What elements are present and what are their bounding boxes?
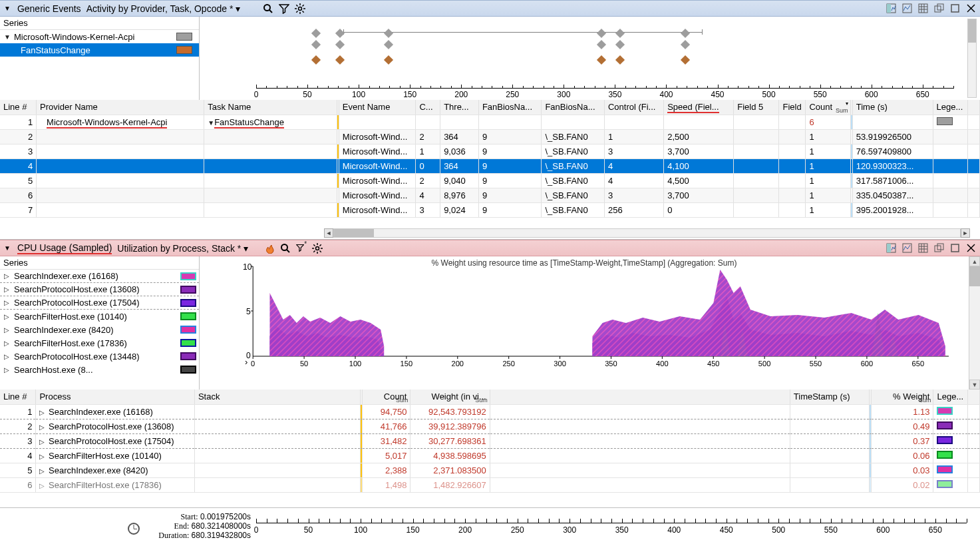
col-weight[interactable]: Weight (in vi...Sum	[410, 390, 490, 404]
table-row[interactable]: 6Microsoft-Wind...48,9769\_SB.FAN033,700…	[0, 188, 980, 202]
scroll-right-icon[interactable]: ►	[961, 228, 970, 238]
svg-line-9	[297, 11, 298, 12]
table-row[interactable]: 5▷ SearchIndexer.exe (8420)2,3882,371.08…	[0, 463, 980, 477]
cpu-utilization-chart[interactable]: % Weight using resource time as [TimeSta…	[200, 256, 969, 390]
series-row-provider[interactable]: ▼ Microsoft-Windows-Kernel-Acpi	[0, 30, 199, 43]
col-scrollbar	[968, 390, 980, 404]
svg-point-0	[264, 5, 270, 11]
maximize-icon[interactable]	[949, 243, 960, 254]
scrollbar-vertical[interactable]: ▲ ▼	[969, 256, 980, 390]
series-row[interactable]: ▷SearchFilterHost.exe (10140)	[0, 310, 199, 323]
series-row-task[interactable]: FanStatusChange	[0, 43, 199, 57]
svg-line-34	[320, 244, 321, 246]
filter-icon[interactable]	[279, 3, 289, 14]
col-field6[interactable]: Field	[779, 100, 806, 115]
col-control[interactable]: Control (Fi...	[604, 100, 663, 115]
col-task[interactable]: Task Name	[204, 100, 337, 115]
svg-line-25	[287, 250, 289, 252]
col-thread[interactable]: Thre...	[440, 100, 479, 115]
series-header: Series	[0, 17, 199, 30]
svg-text:5: 5	[246, 307, 251, 316]
display-graph-icon[interactable]	[901, 3, 912, 14]
display-table-icon[interactable]	[917, 243, 928, 254]
col-pct-weight[interactable]: % WeightSum	[872, 390, 933, 404]
gear-icon[interactable]	[295, 3, 305, 14]
preset-dropdown[interactable]: Utilization by Process, Stack * ▾	[117, 243, 248, 254]
col-field5[interactable]: Field 5	[734, 100, 779, 115]
table-row[interactable]: 1▷ SearchIndexer.exe (16168)94,75092,543…	[0, 404, 980, 419]
col-line[interactable]: Line #	[0, 390, 36, 404]
series-row[interactable]: ▷SearchIndexer.exe (8420)	[0, 323, 199, 336]
table-row[interactable]: 2Microsoft-Wind...23649\_SB.FAN012,50015…	[0, 129, 980, 144]
series-row[interactable]: ▷SearchFilterHost.exe (17836)	[0, 336, 199, 350]
search-icon[interactable]	[280, 243, 291, 254]
scroll-left-icon[interactable]: ◄	[324, 228, 333, 238]
clock-icon	[128, 523, 140, 535]
panel-title: CPU Usage (Sampled)	[17, 242, 112, 254]
display-table-icon[interactable]	[917, 3, 928, 14]
collapse-icon[interactable]: ▼	[4, 5, 11, 12]
table-row[interactable]: 7Microsoft-Wind...39,0249\_SB.FAN0256013…	[0, 202, 980, 217]
scrollbar-vertical[interactable]	[967, 19, 977, 98]
series-row[interactable]: ▷SearchIndexer.exe (16168)	[0, 270, 199, 283]
col-timestamp[interactable]: TimeStamp (s)	[790, 390, 869, 404]
swatch-orange	[176, 46, 192, 54]
table-row[interactable]: 4▷ SearchFilterHost.exe (10140)5,0174,93…	[0, 448, 980, 463]
col-event[interactable]: Event Name	[339, 100, 416, 115]
flame-icon[interactable]	[264, 243, 275, 254]
table-row[interactable]: 3▷ SearchProtocolHost.exe (17504)31,4823…	[0, 433, 980, 448]
table-row[interactable]: 5Microsoft-Wind...29,0409\_SB.FAN044,500…	[0, 173, 980, 188]
col-speed[interactable]: Speed (Fiel...	[664, 100, 734, 115]
svg-line-31	[313, 244, 315, 246]
filter-icon[interactable]: *	[296, 243, 307, 254]
svg-text:200: 200	[452, 360, 464, 366]
close-icon[interactable]	[965, 3, 976, 14]
display-graph-icon[interactable]	[901, 243, 912, 254]
col-fanbios2[interactable]: FanBiosNa...	[542, 100, 605, 115]
scroll-down-icon[interactable]: ▼	[969, 380, 980, 390]
col-c[interactable]: C...	[416, 100, 440, 115]
col-count[interactable]: Count▾Sum	[806, 100, 850, 115]
col-time[interactable]: Time (s)	[852, 100, 933, 115]
scrollbar-horizontal[interactable]: ◄ ►	[324, 228, 970, 238]
table-row[interactable]: 4Microsoft-Wind...03649\_SB.FAN044,10011…	[0, 158, 980, 173]
col-count[interactable]: CountSum	[362, 390, 410, 404]
search-icon[interactable]	[263, 3, 273, 14]
collapse-icon[interactable]: ▼	[4, 244, 11, 252]
svg-text:500: 500	[758, 360, 771, 366]
svg-text:300: 300	[554, 360, 566, 366]
maximize-icon[interactable]	[949, 3, 960, 14]
col-provider[interactable]: Provider Name	[37, 100, 204, 115]
popout-icon[interactable]	[933, 243, 944, 254]
series-row[interactable]: ▷SearchProtocolHost.exe (13608)	[0, 283, 199, 296]
series-pane-generic: Series ▼ Microsoft-Windows-Kernel-Acpi F…	[0, 17, 200, 100]
svg-text:550: 550	[810, 360, 822, 366]
svg-rect-12	[887, 4, 891, 13]
display-table-graph-icon[interactable]	[886, 3, 896, 14]
table-row[interactable]: 2▷ SearchProtocolHost.exe (13608)41,7663…	[0, 419, 980, 433]
panel-title: Generic Events	[17, 3, 81, 14]
col-legend[interactable]: Lege...	[933, 390, 968, 404]
event-timeline[interactable]: 050100150200250300350400450500550600650	[200, 17, 980, 100]
footer-ruler[interactable]: 050100150200250300350400450500550600650	[256, 516, 967, 536]
series-row[interactable]: ▷SearchProtocolHost.exe (13448)	[0, 350, 199, 363]
table-row[interactable]: 6▷ SearchFilterHost.exe (17836)1,4981,48…	[0, 477, 980, 492]
time-footer: Start: 0.001975200s End: 680.321408000s …	[0, 507, 980, 544]
popout-icon[interactable]	[933, 3, 944, 14]
preset-dropdown[interactable]: Activity by Provider, Task, Opcode * ▾	[86, 3, 241, 14]
col-process[interactable]: Process	[36, 390, 195, 404]
scroll-up-icon[interactable]: ▲	[969, 256, 980, 266]
event-diamond-lane	[256, 30, 953, 70]
svg-text:›: ›	[245, 357, 247, 366]
table-row[interactable]: 1Microsoft-Windows-Kernel-Acpi▼FanStatus…	[0, 115, 980, 129]
col-line[interactable]: Line #	[0, 100, 37, 115]
col-fanbios1[interactable]: FanBiosNa...	[478, 100, 542, 115]
display-table-graph-icon[interactable]	[886, 243, 896, 254]
series-row[interactable]: ▷SearchHost.exe (8...	[0, 363, 199, 376]
table-row[interactable]: 3Microsoft-Wind...19,0369\_SB.FAN033,700…	[0, 144, 980, 158]
col-legend[interactable]: Lege...	[933, 100, 968, 115]
series-row[interactable]: ▷SearchProtocolHost.exe (17504)	[0, 296, 199, 310]
close-icon[interactable]	[965, 243, 976, 254]
gear-icon[interactable]	[312, 243, 323, 254]
col-stack[interactable]: Stack	[194, 390, 360, 404]
